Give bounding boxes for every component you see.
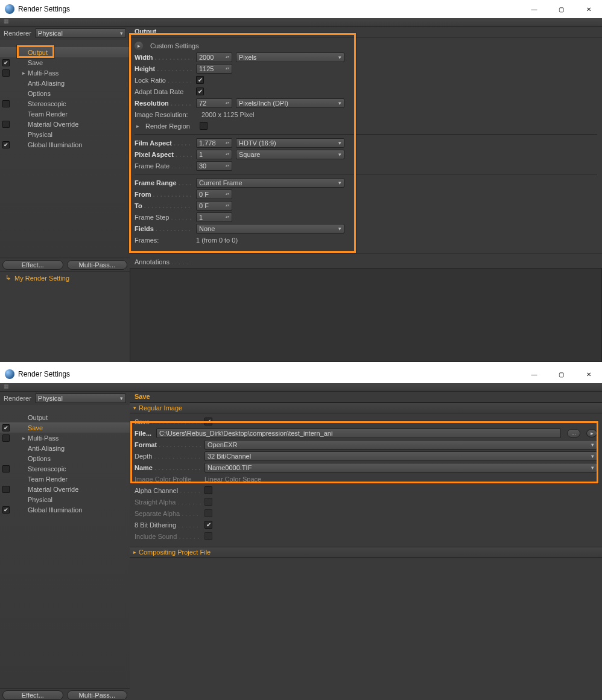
minimize-button[interactable]: — xyxy=(521,0,548,18)
tree-item-material-override[interactable]: Material Override xyxy=(0,484,130,494)
window-title: Render Settings xyxy=(18,370,521,378)
tree-checkbox[interactable] xyxy=(2,465,10,472)
pixelaspect-preset-dropdown[interactable]: Square xyxy=(236,150,344,159)
tree-item-physical[interactable]: Physical xyxy=(0,494,130,504)
fields-dropdown[interactable]: None xyxy=(196,224,344,234)
settings-tree[interactable]: Output✔Save▸Multi-PassAnti-AliasingOptio… xyxy=(0,405,130,688)
spinner-icon[interactable]: ▴▾ xyxy=(226,192,230,196)
imgres-label: Image Resolution: xyxy=(135,111,198,118)
format-dropdown[interactable]: OpenEXR xyxy=(204,440,597,450)
tree-item-multi-pass[interactable]: ▸Multi-Pass xyxy=(0,433,130,443)
tree-item-output[interactable]: Output xyxy=(0,47,130,57)
close-button[interactable]: ✕ xyxy=(575,365,602,383)
alpha-checkbox[interactable] xyxy=(204,486,212,494)
minimize-button[interactable]: — xyxy=(521,365,548,383)
resolution-unit-dropdown[interactable]: Pixels/Inch (DPI) xyxy=(236,98,344,108)
spinner-icon[interactable]: ▴▾ xyxy=(226,164,230,167)
tree-item-stereoscopic[interactable]: Stereoscopic xyxy=(0,98,130,109)
tree-item-material-override[interactable]: Material Override xyxy=(0,119,130,129)
tree-item-options[interactable]: Options xyxy=(0,453,130,463)
tree-item-physical[interactable]: Physical xyxy=(0,129,130,139)
pixelaspect-label: Pixel Aspect xyxy=(135,151,192,158)
spinner-icon[interactable]: ▴▾ xyxy=(226,67,230,70)
to-input[interactable]: 0 F▴▾ xyxy=(196,201,232,211)
tree-checkbox[interactable] xyxy=(2,486,10,493)
effect-button[interactable]: Effect... xyxy=(2,690,63,700)
disclose-icon[interactable]: ▸ xyxy=(21,435,27,441)
framestep-input[interactable]: 1▴▾ xyxy=(196,212,232,222)
width-unit-dropdown[interactable]: Pixels xyxy=(236,52,344,62)
file-label: File... xyxy=(135,430,153,437)
tree-item-options[interactable]: Options xyxy=(0,88,130,98)
filmaspect-preset-dropdown[interactable]: HDTV (16:9) xyxy=(236,138,344,148)
renderer-dropdown[interactable]: Physical xyxy=(35,28,126,38)
open-folder-button[interactable]: ▸ xyxy=(586,429,597,438)
settings-tree[interactable]: Output✔Save▸Multi-PassAnti-AliasingOptio… xyxy=(0,40,130,258)
compositing-header[interactable]: ▸ Compositing Project File xyxy=(130,547,602,558)
framerange-dropdown[interactable]: Current Frame xyxy=(196,178,344,188)
adaptdata-checkbox[interactable]: ✔ xyxy=(196,88,204,95)
renderregion-checkbox[interactable] xyxy=(200,122,208,130)
depth-dropdown[interactable]: 32 Bit/Channel xyxy=(204,451,597,461)
tree-item-anti-aliasing[interactable]: Anti-Aliasing xyxy=(0,443,130,453)
window-title: Render Settings xyxy=(18,5,521,13)
renderregion-disclose-icon[interactable]: ▸ xyxy=(135,123,141,129)
resolution-input[interactable]: 72▴▾ xyxy=(196,98,232,108)
tree-checkbox[interactable]: ✔ xyxy=(2,59,10,66)
multipass-button[interactable]: Multi-Pass... xyxy=(67,690,128,700)
tree-checkbox[interactable] xyxy=(2,121,10,128)
preset-arrow-icon[interactable]: ▸ xyxy=(135,42,143,50)
tree-item-label: Output xyxy=(28,49,48,56)
tree-checkbox[interactable]: ✔ xyxy=(2,141,10,148)
spinner-icon[interactable]: ▴▾ xyxy=(226,56,230,59)
tree-item-team-render[interactable]: Team Render xyxy=(0,109,130,119)
file-path-input[interactable]: C:\Users\Rebus_Dirk\Desktop\compression\… xyxy=(156,428,561,438)
tree-item-label: Material Override xyxy=(28,121,78,128)
tree-item-save[interactable]: ✔Save xyxy=(0,57,130,68)
tree-item-save[interactable]: ✔Save xyxy=(0,422,130,433)
effect-button[interactable]: Effect... xyxy=(2,260,63,270)
pixelaspect-input[interactable]: 1▴▾ xyxy=(196,150,232,159)
tree-checkbox[interactable] xyxy=(2,434,10,442)
tree-item-team-render[interactable]: Team Render xyxy=(0,474,130,484)
tree-item-stereoscopic[interactable]: Stereoscopic xyxy=(0,463,130,474)
annotations-textarea[interactable] xyxy=(130,268,602,362)
tree-checkbox[interactable] xyxy=(2,100,10,107)
height-input[interactable]: 1125▴▾ xyxy=(196,64,232,74)
lockratio-checkbox[interactable]: ✔ xyxy=(196,76,204,84)
tree-item-global-illumination[interactable]: ✔Global Illumination xyxy=(0,139,130,150)
spinner-icon[interactable]: ▴▾ xyxy=(226,153,230,156)
tree-checkbox[interactable]: ✔ xyxy=(2,424,10,431)
maximize-button[interactable]: ▢ xyxy=(548,0,575,18)
disclose-icon[interactable]: ▸ xyxy=(21,70,27,76)
app-icon xyxy=(5,4,14,14)
tree-item-output[interactable]: Output xyxy=(0,412,130,422)
filmaspect-input[interactable]: 1.778▴▾ xyxy=(196,138,232,148)
maximize-button[interactable]: ▢ xyxy=(548,365,575,383)
tree-checkbox[interactable]: ✔ xyxy=(2,506,10,514)
spinner-icon[interactable]: ▴▾ xyxy=(226,204,230,207)
tree-item-multi-pass[interactable]: ▸Multi-Pass xyxy=(0,68,130,78)
browse-button[interactable]: ... xyxy=(567,429,580,438)
grip-toolbar[interactable]: ▦ xyxy=(0,18,602,27)
tree-item-anti-aliasing[interactable]: Anti-Aliasing xyxy=(0,78,130,88)
tree-checkbox xyxy=(2,445,10,452)
regular-image-header[interactable]: ▾ Regular Image xyxy=(130,402,602,413)
framerate-input[interactable]: 30▴▾ xyxy=(196,161,232,171)
tree-item-global-illumination[interactable]: ✔Global Illumination xyxy=(0,504,130,515)
width-input[interactable]: 2000▴▾ xyxy=(196,52,232,62)
save-checkbox[interactable]: ✔ xyxy=(204,418,212,425)
grip-toolbar[interactable]: ▦ xyxy=(0,383,602,392)
renderer-dropdown[interactable]: Physical xyxy=(35,393,126,403)
dither-checkbox[interactable]: ✔ xyxy=(204,521,212,529)
spinner-icon[interactable]: ▴▾ xyxy=(226,215,230,218)
format-label: Format xyxy=(135,441,201,448)
from-input[interactable]: 0 F▴▾ xyxy=(196,189,232,199)
tree-checkbox[interactable] xyxy=(2,69,10,77)
spinner-icon[interactable]: ▴▾ xyxy=(226,141,230,144)
name-dropdown[interactable]: Name0000.TIF xyxy=(204,463,597,472)
multipass-button[interactable]: Multi-Pass... xyxy=(67,260,128,270)
spinner-icon[interactable]: ▴▾ xyxy=(226,101,230,104)
preset-row[interactable]: ↳ My Render Setting xyxy=(0,272,130,284)
close-button[interactable]: ✕ xyxy=(575,0,602,18)
